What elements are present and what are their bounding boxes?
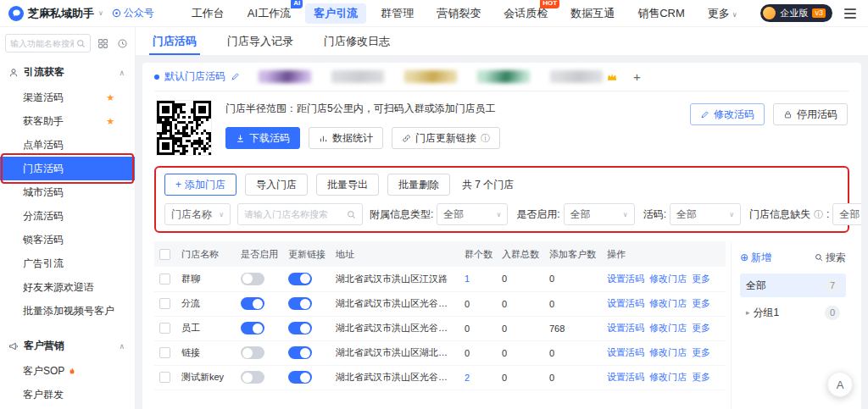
update-link-toggle[interactable]: [288, 371, 312, 384]
row-checkbox[interactable]: [159, 274, 170, 285]
group-count-cell[interactable]: 0: [459, 316, 497, 340]
download-qr-button[interactable]: 下载活码: [225, 127, 300, 149]
set-qr-link[interactable]: 设置活码: [607, 298, 644, 308]
sidebar-section-header[interactable]: 引流获客 ∧: [0, 59, 135, 86]
nav-item[interactable]: AI工作流AI: [239, 3, 299, 24]
sidebar-item[interactable]: 点单活码: [0, 133, 135, 157]
sidebar-item[interactable]: 分流活码: [0, 204, 135, 228]
enabled-toggle[interactable]: [241, 371, 264, 384]
enabled-toggle[interactable]: [241, 322, 264, 334]
update-link-toggle[interactable]: [288, 297, 312, 310]
sidebar-item[interactable]: 渠道活码 ★: [0, 86, 135, 109]
enabled-toggle[interactable]: [241, 297, 264, 310]
filter-select[interactable]: 全部 ∨: [564, 203, 635, 225]
main-tab[interactable]: 门店导入记录: [224, 27, 297, 55]
row-checkbox[interactable]: [159, 372, 170, 383]
panel-layout-icon[interactable]: [95, 36, 110, 51]
sidebar-item[interactable]: 城市活码: [0, 180, 135, 204]
sidebar-search-input[interactable]: [10, 39, 74, 48]
sidebar-item[interactable]: 锁客活码: [0, 228, 135, 251]
modify-store-link[interactable]: 修改门店: [649, 274, 687, 284]
nav-item[interactable]: 群管理: [372, 3, 422, 24]
nav-item[interactable]: 会话质检HOT: [495, 3, 556, 24]
add-group-button[interactable]: ⊕新增: [740, 251, 771, 265]
set-qr-link[interactable]: 设置活码: [607, 323, 644, 333]
sidebar-item[interactable]: 获客助手 ★: [0, 109, 135, 133]
sidebar-item[interactable]: 客户SOP: [0, 359, 135, 383]
row-checkbox[interactable]: [159, 347, 170, 358]
nav-item[interactable]: 客户引流: [305, 3, 366, 24]
statistics-button[interactable]: 数据统计: [309, 127, 383, 149]
import-store-button[interactable]: 导入门店: [245, 174, 308, 196]
more-link[interactable]: 更多: [692, 323, 710, 333]
batch-delete-button[interactable]: 批量删除: [387, 174, 450, 196]
main-tab[interactable]: 门店活码: [149, 27, 200, 55]
more-link[interactable]: 更多: [692, 298, 710, 308]
nav-item[interactable]: 更多∨: [699, 3, 746, 24]
modify-store-link[interactable]: 修改门店: [649, 323, 687, 333]
filter-select[interactable]: 全部 ∨: [832, 203, 861, 225]
edition-badge[interactable]: 企业版 v3: [760, 4, 832, 22]
group-count-cell[interactable]: 0: [459, 340, 497, 365]
row-checkbox[interactable]: [159, 323, 170, 334]
sidebar-item[interactable]: 批量添加视频号客户: [0, 299, 135, 323]
filter-select[interactable]: 全部 ∨: [670, 203, 741, 225]
update-link-toggle[interactable]: [288, 346, 312, 359]
sidebar-item[interactable]: 好友来源欢迎语: [0, 275, 135, 299]
set-qr-link[interactable]: 设置活码: [607, 274, 644, 284]
store-name-cell: 员工: [176, 316, 236, 340]
history-icon[interactable]: [114, 36, 130, 51]
masked-tab[interactable]: [404, 70, 457, 83]
main-tab[interactable]: 门店修改日志: [320, 27, 393, 55]
modify-store-link[interactable]: 修改门店: [649, 347, 687, 357]
group-search-button[interactable]: 搜索: [815, 251, 846, 265]
update-link-toggle[interactable]: [288, 322, 312, 334]
masked-tab[interactable]: [477, 70, 530, 83]
more-link[interactable]: 更多: [692, 347, 710, 357]
store-search-input[interactable]: [244, 209, 343, 219]
store-search: [237, 203, 363, 225]
navbar-right: 企业版 v3: [760, 4, 856, 22]
group-count-cell[interactable]: 1: [459, 267, 497, 291]
update-link-button[interactable]: 门店更新链接 ⓘ: [392, 127, 500, 149]
sidebar-item[interactable]: 客户群发: [0, 383, 135, 406]
menu-icon[interactable]: [844, 6, 856, 21]
filter-select[interactable]: 全部 ∨: [437, 203, 508, 225]
tab-default-store-code[interactable]: 默认门店活码: [154, 69, 240, 84]
group-item[interactable]: ▸ 分组1 0: [740, 301, 846, 324]
sidebar-item[interactable]: 广告引流: [0, 251, 135, 275]
row-checkbox[interactable]: [159, 298, 170, 309]
batch-export-button[interactable]: 批量导出: [316, 174, 379, 196]
add-store-code-button[interactable]: +: [633, 69, 641, 84]
add-store-button[interactable]: +添加门店: [164, 174, 236, 196]
disable-qr-button[interactable]: 停用活码: [773, 103, 848, 125]
nav-item[interactable]: 工作台: [183, 3, 233, 24]
modify-store-link[interactable]: 修改门店: [649, 298, 687, 308]
select-all-checkbox[interactable]: [159, 249, 170, 260]
edit-icon[interactable]: [231, 72, 240, 81]
update-link-toggle[interactable]: [288, 273, 312, 285]
group-item[interactable]: 全部 7: [740, 274, 846, 297]
set-qr-link[interactable]: 设置活码: [607, 347, 644, 357]
nav-item[interactable]: 营销裂变: [428, 3, 489, 24]
account-type-link[interactable]: 公众号: [112, 6, 154, 20]
group-count-cell[interactable]: 0: [459, 291, 497, 316]
more-link[interactable]: 更多: [692, 372, 710, 382]
masked-tab[interactable]: [259, 70, 311, 83]
group-count-cell[interactable]: 2: [459, 365, 497, 390]
modify-store-link[interactable]: 修改门店: [649, 372, 687, 382]
modify-qr-button[interactable]: 修改活码: [690, 103, 765, 125]
nav-item[interactable]: 数据互通: [562, 3, 623, 24]
enabled-toggle[interactable]: [241, 346, 264, 359]
assistant-button[interactable]: A: [827, 372, 853, 397]
brand[interactable]: 芝麻私域助手 ∨: [8, 6, 103, 21]
sidebar-section-header[interactable]: 客户营销 ∧: [0, 333, 135, 359]
more-link[interactable]: 更多: [692, 274, 710, 284]
sidebar-item[interactable]: 门店活码: [0, 157, 135, 180]
masked-tab[interactable]: [550, 70, 603, 83]
nav-item[interactable]: 销售CRM: [629, 3, 693, 24]
set-qr-link[interactable]: 设置活码: [607, 372, 644, 382]
enabled-toggle[interactable]: [241, 273, 264, 285]
name-field-select[interactable]: 门店名称 ∨: [164, 203, 231, 225]
masked-tab[interactable]: [331, 70, 384, 83]
